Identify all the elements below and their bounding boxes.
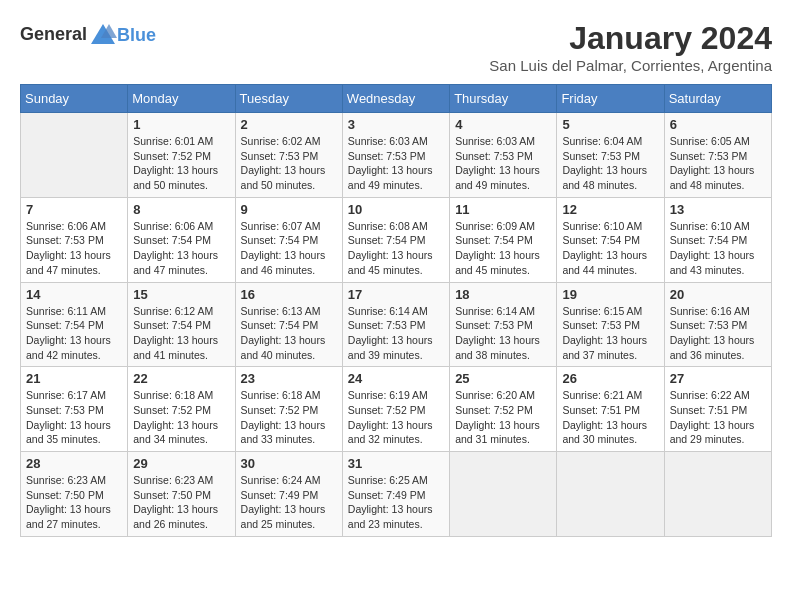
day-number: 9: [241, 202, 337, 217]
calendar-cell: [450, 452, 557, 537]
day-number: 13: [670, 202, 766, 217]
day-info: Sunrise: 6:05 AMSunset: 7:53 PMDaylight:…: [670, 134, 766, 193]
calendar-cell: 30Sunrise: 6:24 AMSunset: 7:49 PMDayligh…: [235, 452, 342, 537]
day-number: 1: [133, 117, 229, 132]
week-row-2: 7Sunrise: 6:06 AMSunset: 7:53 PMDaylight…: [21, 197, 772, 282]
day-number: 26: [562, 371, 658, 386]
day-number: 23: [241, 371, 337, 386]
day-number: 29: [133, 456, 229, 471]
day-number: 24: [348, 371, 444, 386]
day-info: Sunrise: 6:11 AMSunset: 7:54 PMDaylight:…: [26, 304, 122, 363]
day-info: Sunrise: 6:22 AMSunset: 7:51 PMDaylight:…: [670, 388, 766, 447]
day-info: Sunrise: 6:06 AMSunset: 7:53 PMDaylight:…: [26, 219, 122, 278]
calendar-cell: 18Sunrise: 6:14 AMSunset: 7:53 PMDayligh…: [450, 282, 557, 367]
header-row: SundayMondayTuesdayWednesdayThursdayFrid…: [21, 85, 772, 113]
calendar-cell: 6Sunrise: 6:05 AMSunset: 7:53 PMDaylight…: [664, 113, 771, 198]
day-number: 30: [241, 456, 337, 471]
day-number: 2: [241, 117, 337, 132]
calendar-cell: 21Sunrise: 6:17 AMSunset: 7:53 PMDayligh…: [21, 367, 128, 452]
calendar-cell: 27Sunrise: 6:22 AMSunset: 7:51 PMDayligh…: [664, 367, 771, 452]
day-number: 27: [670, 371, 766, 386]
week-row-1: 1Sunrise: 6:01 AMSunset: 7:52 PMDaylight…: [21, 113, 772, 198]
header-cell-monday: Monday: [128, 85, 235, 113]
day-info: Sunrise: 6:09 AMSunset: 7:54 PMDaylight:…: [455, 219, 551, 278]
day-number: 5: [562, 117, 658, 132]
day-info: Sunrise: 6:08 AMSunset: 7:54 PMDaylight:…: [348, 219, 444, 278]
day-info: Sunrise: 6:18 AMSunset: 7:52 PMDaylight:…: [241, 388, 337, 447]
calendar-table: SundayMondayTuesdayWednesdayThursdayFrid…: [20, 84, 772, 537]
day-info: Sunrise: 6:12 AMSunset: 7:54 PMDaylight:…: [133, 304, 229, 363]
week-row-5: 28Sunrise: 6:23 AMSunset: 7:50 PMDayligh…: [21, 452, 772, 537]
day-info: Sunrise: 6:17 AMSunset: 7:53 PMDaylight:…: [26, 388, 122, 447]
day-info: Sunrise: 6:21 AMSunset: 7:51 PMDaylight:…: [562, 388, 658, 447]
calendar-cell: 31Sunrise: 6:25 AMSunset: 7:49 PMDayligh…: [342, 452, 449, 537]
logo-general: General: [20, 24, 87, 45]
day-info: Sunrise: 6:03 AMSunset: 7:53 PMDaylight:…: [348, 134, 444, 193]
calendar-cell: 10Sunrise: 6:08 AMSunset: 7:54 PMDayligh…: [342, 197, 449, 282]
day-info: Sunrise: 6:16 AMSunset: 7:53 PMDaylight:…: [670, 304, 766, 363]
day-number: 17: [348, 287, 444, 302]
logo-icon: [89, 20, 117, 48]
calendar-cell: 25Sunrise: 6:20 AMSunset: 7:52 PMDayligh…: [450, 367, 557, 452]
calendar-cell: 26Sunrise: 6:21 AMSunset: 7:51 PMDayligh…: [557, 367, 664, 452]
calendar-cell: 15Sunrise: 6:12 AMSunset: 7:54 PMDayligh…: [128, 282, 235, 367]
day-info: Sunrise: 6:20 AMSunset: 7:52 PMDaylight:…: [455, 388, 551, 447]
day-number: 8: [133, 202, 229, 217]
day-info: Sunrise: 6:10 AMSunset: 7:54 PMDaylight:…: [562, 219, 658, 278]
day-number: 14: [26, 287, 122, 302]
calendar-cell: 20Sunrise: 6:16 AMSunset: 7:53 PMDayligh…: [664, 282, 771, 367]
calendar-cell: [21, 113, 128, 198]
calendar-cell: [557, 452, 664, 537]
day-number: 25: [455, 371, 551, 386]
day-info: Sunrise: 6:14 AMSunset: 7:53 PMDaylight:…: [348, 304, 444, 363]
calendar-cell: 28Sunrise: 6:23 AMSunset: 7:50 PMDayligh…: [21, 452, 128, 537]
calendar-cell: 8Sunrise: 6:06 AMSunset: 7:54 PMDaylight…: [128, 197, 235, 282]
calendar-cell: 1Sunrise: 6:01 AMSunset: 7:52 PMDaylight…: [128, 113, 235, 198]
day-number: 31: [348, 456, 444, 471]
header-cell-friday: Friday: [557, 85, 664, 113]
calendar-cell: 23Sunrise: 6:18 AMSunset: 7:52 PMDayligh…: [235, 367, 342, 452]
day-number: 10: [348, 202, 444, 217]
day-info: Sunrise: 6:04 AMSunset: 7:53 PMDaylight:…: [562, 134, 658, 193]
calendar-cell: 5Sunrise: 6:04 AMSunset: 7:53 PMDaylight…: [557, 113, 664, 198]
calendar-cell: 24Sunrise: 6:19 AMSunset: 7:52 PMDayligh…: [342, 367, 449, 452]
calendar-cell: 19Sunrise: 6:15 AMSunset: 7:53 PMDayligh…: [557, 282, 664, 367]
day-info: Sunrise: 6:18 AMSunset: 7:52 PMDaylight:…: [133, 388, 229, 447]
day-info: Sunrise: 6:02 AMSunset: 7:53 PMDaylight:…: [241, 134, 337, 193]
week-row-4: 21Sunrise: 6:17 AMSunset: 7:53 PMDayligh…: [21, 367, 772, 452]
day-number: 15: [133, 287, 229, 302]
day-info: Sunrise: 6:13 AMSunset: 7:54 PMDaylight:…: [241, 304, 337, 363]
day-info: Sunrise: 6:07 AMSunset: 7:54 PMDaylight:…: [241, 219, 337, 278]
calendar-title: January 2024: [489, 20, 772, 57]
day-info: Sunrise: 6:15 AMSunset: 7:53 PMDaylight:…: [562, 304, 658, 363]
calendar-subtitle: San Luis del Palmar, Corrientes, Argenti…: [489, 57, 772, 74]
header-cell-sunday: Sunday: [21, 85, 128, 113]
day-info: Sunrise: 6:03 AMSunset: 7:53 PMDaylight:…: [455, 134, 551, 193]
calendar-cell: 29Sunrise: 6:23 AMSunset: 7:50 PMDayligh…: [128, 452, 235, 537]
day-info: Sunrise: 6:25 AMSunset: 7:49 PMDaylight:…: [348, 473, 444, 532]
header-cell-saturday: Saturday: [664, 85, 771, 113]
day-info: Sunrise: 6:10 AMSunset: 7:54 PMDaylight:…: [670, 219, 766, 278]
calendar-cell: 17Sunrise: 6:14 AMSunset: 7:53 PMDayligh…: [342, 282, 449, 367]
logo: General Blue: [20, 20, 156, 48]
day-info: Sunrise: 6:14 AMSunset: 7:53 PMDaylight:…: [455, 304, 551, 363]
calendar-cell: 22Sunrise: 6:18 AMSunset: 7:52 PMDayligh…: [128, 367, 235, 452]
calendar-cell: 2Sunrise: 6:02 AMSunset: 7:53 PMDaylight…: [235, 113, 342, 198]
calendar-cell: 16Sunrise: 6:13 AMSunset: 7:54 PMDayligh…: [235, 282, 342, 367]
calendar-cell: 3Sunrise: 6:03 AMSunset: 7:53 PMDaylight…: [342, 113, 449, 198]
day-number: 7: [26, 202, 122, 217]
day-number: 3: [348, 117, 444, 132]
calendar-cell: 7Sunrise: 6:06 AMSunset: 7:53 PMDaylight…: [21, 197, 128, 282]
logo-blue: Blue: [117, 25, 156, 45]
page-header: General Blue January 2024 San Luis del P…: [20, 20, 772, 74]
day-info: Sunrise: 6:24 AMSunset: 7:49 PMDaylight:…: [241, 473, 337, 532]
week-row-3: 14Sunrise: 6:11 AMSunset: 7:54 PMDayligh…: [21, 282, 772, 367]
day-number: 11: [455, 202, 551, 217]
day-number: 21: [26, 371, 122, 386]
calendar-cell: 4Sunrise: 6:03 AMSunset: 7:53 PMDaylight…: [450, 113, 557, 198]
header-cell-tuesday: Tuesday: [235, 85, 342, 113]
day-number: 12: [562, 202, 658, 217]
day-info: Sunrise: 6:23 AMSunset: 7:50 PMDaylight:…: [133, 473, 229, 532]
day-info: Sunrise: 6:23 AMSunset: 7:50 PMDaylight:…: [26, 473, 122, 532]
header-cell-thursday: Thursday: [450, 85, 557, 113]
